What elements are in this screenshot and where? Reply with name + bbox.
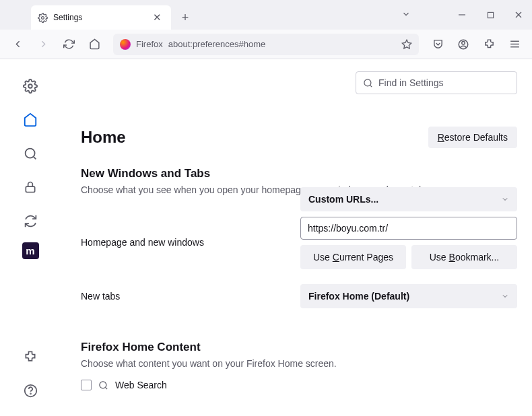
reload-button[interactable]: [58, 34, 79, 55]
sidebar-item-general[interactable]: [18, 74, 42, 98]
svg-point-11: [28, 84, 32, 88]
sidebar-item-extensions[interactable]: [18, 345, 42, 369]
sidebar-item-privacy[interactable]: [18, 175, 42, 199]
url-prefix: Firefox: [136, 39, 163, 49]
homepage-label: Homepage and new windows: [81, 237, 287, 248]
section-windows-tabs-title: New Windows and Tabs: [81, 167, 517, 180]
svg-line-13: [33, 156, 36, 159]
websearch-checkbox[interactable]: [81, 380, 92, 390]
tab-settings[interactable]: Settings ✕: [31, 5, 171, 30]
search-icon: [98, 380, 108, 390]
sidebar-item-more[interactable]: m: [22, 242, 39, 259]
url-bar[interactable]: Firefox about:preferences#home: [113, 34, 419, 55]
gear-icon: [38, 13, 48, 23]
bookmark-star-icon[interactable]: [401, 39, 412, 50]
firefox-icon: [120, 39, 131, 50]
websearch-label: Web Search: [115, 380, 167, 390]
sidebar-item-sync[interactable]: [18, 209, 42, 233]
sidebar-item-home[interactable]: [18, 108, 42, 132]
section-home-content-desc: Choose what content you want on your Fir…: [81, 358, 517, 369]
chevron-down-icon: [501, 195, 509, 203]
content-area: m Find in Settings Home Restore Defaults…: [0, 59, 532, 416]
svg-rect-14: [26, 186, 34, 192]
tab-title: Settings: [53, 13, 82, 22]
use-current-pages-button[interactable]: Use Current Pages: [300, 245, 406, 269]
toolbar: Firefox about:preferences#home: [0, 30, 532, 59]
maximize-button[interactable]: [482, 7, 498, 23]
svg-rect-2: [488, 12, 493, 18]
websearch-row[interactable]: Web Search: [81, 380, 517, 390]
svg-point-16: [30, 393, 31, 394]
use-bookmark-button[interactable]: Use Bookmark...: [411, 245, 517, 269]
page-title: Home: [81, 128, 126, 147]
search-placeholder: Find in Settings: [378, 77, 444, 88]
back-button[interactable]: [7, 34, 28, 55]
newtabs-select[interactable]: Firefox Home (Default): [300, 284, 517, 308]
home-button[interactable]: [84, 34, 105, 55]
sidebar-item-help[interactable]: [18, 378, 42, 403]
settings-sidebar: m: [0, 59, 61, 416]
close-icon[interactable]: ✕: [150, 10, 164, 25]
main-panel: Find in Settings Home Restore Defaults N…: [61, 59, 532, 416]
pocket-button[interactable]: [427, 34, 448, 55]
url-text: about:preferences#home: [168, 39, 396, 49]
svg-line-20: [105, 387, 107, 389]
menu-button[interactable]: [504, 34, 525, 55]
restore-defaults-button[interactable]: Restore Defaults: [428, 127, 517, 148]
svg-marker-5: [402, 40, 411, 48]
svg-point-12: [25, 148, 34, 158]
account-button[interactable]: [453, 34, 474, 55]
extensions-button[interactable]: [478, 34, 500, 55]
search-icon: [363, 78, 373, 88]
tab-list-dropdown[interactable]: [401, 9, 411, 19]
newtabs-label: New tabs: [81, 291, 287, 302]
settings-search[interactable]: Find in Settings: [356, 71, 517, 94]
svg-line-18: [370, 85, 372, 87]
svg-point-7: [462, 41, 465, 44]
minimize-button[interactable]: [454, 7, 470, 23]
forward-button: [32, 34, 54, 55]
homepage-select[interactable]: Custom URLs...: [300, 187, 517, 211]
close-window-button[interactable]: [510, 7, 527, 23]
window-controls: [454, 0, 527, 30]
svg-point-0: [42, 16, 44, 19]
homepage-url-input[interactable]: [300, 217, 517, 240]
new-tab-button[interactable]: +: [175, 7, 195, 28]
svg-point-17: [364, 79, 371, 85]
tab-bar: Settings ✕ +: [0, 0, 532, 30]
svg-point-19: [100, 381, 106, 388]
section-home-content-title: Firefox Home Content: [81, 341, 517, 354]
sidebar-item-search[interactable]: [18, 141, 42, 166]
chevron-down-icon: [501, 292, 509, 300]
